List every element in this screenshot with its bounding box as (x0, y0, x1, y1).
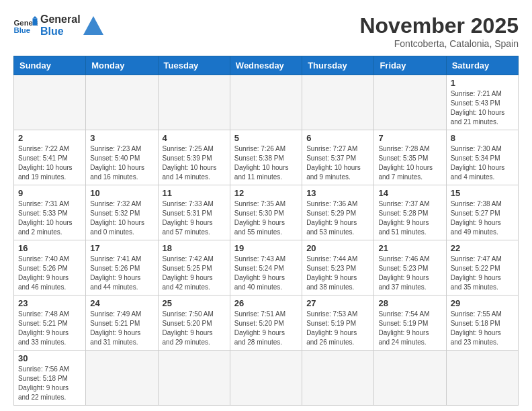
day-number: 11 (163, 188, 226, 198)
calendar-cell: 22Sunrise: 7:47 AM Sunset: 5:22 PM Dayli… (446, 240, 518, 295)
day-number: 28 (378, 298, 441, 308)
day-number: 27 (306, 298, 369, 308)
calendar-header-row: SundayMondayTuesdayWednesdayThursdayFrid… (14, 56, 519, 75)
calendar-cell: 9Sunrise: 7:31 AM Sunset: 5:33 PM Daylig… (14, 185, 86, 240)
svg-marker-4 (83, 16, 103, 35)
calendar-cell: 10Sunrise: 7:32 AM Sunset: 5:32 PM Dayli… (86, 185, 158, 240)
calendar-cell (302, 351, 374, 406)
calendar-cell (374, 75, 446, 130)
calendar-cell: 23Sunrise: 7:48 AM Sunset: 5:21 PM Dayli… (14, 295, 86, 351)
day-info: Sunrise: 7:23 AM Sunset: 5:40 PM Dayligh… (90, 144, 153, 182)
calendar-cell: 18Sunrise: 7:42 AM Sunset: 5:25 PM Dayli… (158, 240, 230, 295)
day-number: 29 (451, 298, 514, 308)
calendar-cell (446, 351, 518, 406)
month-title: November 2025 (359, 13, 519, 38)
calendar-header-thursday: Thursday (302, 56, 374, 75)
calendar-cell: 16Sunrise: 7:40 AM Sunset: 5:26 PM Dayli… (14, 240, 86, 295)
calendar-cell: 15Sunrise: 7:38 AM Sunset: 5:27 PM Dayli… (446, 185, 518, 240)
day-number: 2 (18, 133, 81, 143)
calendar-cell: 29Sunrise: 7:55 AM Sunset: 5:18 PM Dayli… (446, 295, 518, 351)
day-number: 9 (18, 188, 81, 198)
calendar-cell: 2Sunrise: 7:22 AM Sunset: 5:41 PM Daylig… (14, 130, 86, 185)
day-info: Sunrise: 7:28 AM Sunset: 5:35 PM Dayligh… (378, 144, 441, 182)
calendar-cell: 28Sunrise: 7:54 AM Sunset: 5:19 PM Dayli… (374, 295, 446, 351)
day-info: Sunrise: 7:30 AM Sunset: 5:34 PM Dayligh… (451, 144, 514, 182)
logo-blue-text: Blue (40, 26, 81, 38)
day-info: Sunrise: 7:32 AM Sunset: 5:32 PM Dayligh… (90, 199, 153, 237)
calendar-week-5: 23Sunrise: 7:48 AM Sunset: 5:21 PM Dayli… (14, 295, 519, 351)
day-number: 7 (378, 133, 441, 143)
calendar-cell (86, 351, 158, 406)
calendar-cell (374, 351, 446, 406)
logo-icon: General Blue (13, 16, 38, 35)
logo: General Blue General Blue (13, 13, 103, 37)
day-number: 16 (18, 243, 81, 253)
day-number: 24 (90, 298, 153, 308)
day-info: Sunrise: 7:43 AM Sunset: 5:24 PM Dayligh… (234, 255, 298, 292)
day-number: 5 (234, 133, 298, 143)
day-number: 3 (90, 133, 153, 143)
day-info: Sunrise: 7:21 AM Sunset: 5:43 PM Dayligh… (451, 89, 514, 127)
day-info: Sunrise: 7:37 AM Sunset: 5:28 PM Dayligh… (378, 199, 441, 237)
svg-marker-2 (33, 18, 38, 26)
calendar-cell: 13Sunrise: 7:36 AM Sunset: 5:29 PM Dayli… (302, 185, 374, 240)
day-number: 8 (451, 133, 514, 143)
day-info: Sunrise: 7:35 AM Sunset: 5:30 PM Dayligh… (234, 199, 298, 237)
day-info: Sunrise: 7:53 AM Sunset: 5:19 PM Dayligh… (306, 310, 369, 347)
day-number: 15 (451, 188, 514, 198)
calendar-header-tuesday: Tuesday (158, 56, 230, 75)
calendar-cell: 24Sunrise: 7:49 AM Sunset: 5:21 PM Dayli… (86, 295, 158, 351)
day-number: 19 (234, 243, 298, 253)
calendar-cell: 1Sunrise: 7:21 AM Sunset: 5:43 PM Daylig… (446, 75, 518, 130)
calendar-cell (230, 75, 302, 130)
day-info: Sunrise: 7:25 AM Sunset: 5:39 PM Dayligh… (163, 144, 226, 182)
calendar-cell (86, 75, 158, 130)
calendar-cell (158, 75, 230, 130)
day-info: Sunrise: 7:55 AM Sunset: 5:18 PM Dayligh… (451, 310, 514, 347)
day-info: Sunrise: 7:26 AM Sunset: 5:38 PM Dayligh… (234, 144, 298, 182)
calendar-cell (14, 75, 86, 130)
day-info: Sunrise: 7:46 AM Sunset: 5:23 PM Dayligh… (378, 255, 441, 292)
day-number: 30 (18, 353, 81, 363)
day-number: 6 (306, 133, 369, 143)
day-number: 13 (306, 188, 369, 198)
location-subtitle: Fontcoberta, Catalonia, Spain (359, 38, 519, 49)
calendar-cell: 25Sunrise: 7:50 AM Sunset: 5:20 PM Dayli… (158, 295, 230, 351)
page-header: General Blue General Blue November 2025 … (13, 13, 519, 49)
calendar-cell: 6Sunrise: 7:27 AM Sunset: 5:37 PM Daylig… (302, 130, 374, 185)
day-number: 25 (163, 298, 226, 308)
calendar-cell: 8Sunrise: 7:30 AM Sunset: 5:34 PM Daylig… (446, 130, 518, 185)
calendar-cell: 17Sunrise: 7:41 AM Sunset: 5:26 PM Dayli… (86, 240, 158, 295)
calendar-cell: 3Sunrise: 7:23 AM Sunset: 5:40 PM Daylig… (86, 130, 158, 185)
calendar-cell: 21Sunrise: 7:46 AM Sunset: 5:23 PM Dayli… (374, 240, 446, 295)
calendar-cell: 19Sunrise: 7:43 AM Sunset: 5:24 PM Dayli… (230, 240, 302, 295)
day-number: 21 (378, 243, 441, 253)
day-number: 1 (451, 78, 514, 88)
day-info: Sunrise: 7:56 AM Sunset: 5:18 PM Dayligh… (18, 365, 81, 402)
calendar-header-wednesday: Wednesday (230, 56, 302, 75)
day-info: Sunrise: 7:38 AM Sunset: 5:27 PM Dayligh… (451, 199, 514, 237)
title-area: November 2025 Fontcoberta, Catalonia, Sp… (359, 13, 519, 49)
day-number: 22 (451, 243, 514, 253)
day-info: Sunrise: 7:50 AM Sunset: 5:20 PM Dayligh… (163, 310, 226, 347)
calendar-week-6: 30Sunrise: 7:56 AM Sunset: 5:18 PM Dayli… (14, 351, 519, 406)
calendar-week-2: 2Sunrise: 7:22 AM Sunset: 5:41 PM Daylig… (14, 130, 519, 185)
day-number: 12 (234, 188, 298, 198)
calendar-header-saturday: Saturday (446, 56, 518, 75)
logo-general-text: General (40, 13, 81, 26)
calendar-cell: 20Sunrise: 7:44 AM Sunset: 5:23 PM Dayli… (302, 240, 374, 295)
svg-marker-3 (33, 16, 38, 19)
calendar-cell: 12Sunrise: 7:35 AM Sunset: 5:30 PM Dayli… (230, 185, 302, 240)
day-number: 4 (163, 133, 226, 143)
day-info: Sunrise: 7:44 AM Sunset: 5:23 PM Dayligh… (306, 255, 369, 292)
day-info: Sunrise: 7:51 AM Sunset: 5:20 PM Dayligh… (234, 310, 298, 347)
calendar-cell: 11Sunrise: 7:33 AM Sunset: 5:31 PM Dayli… (158, 185, 230, 240)
day-info: Sunrise: 7:33 AM Sunset: 5:31 PM Dayligh… (163, 199, 226, 237)
day-info: Sunrise: 7:42 AM Sunset: 5:25 PM Dayligh… (163, 255, 226, 292)
calendar-week-3: 9Sunrise: 7:31 AM Sunset: 5:33 PM Daylig… (14, 185, 519, 240)
calendar-cell (302, 75, 374, 130)
day-number: 10 (90, 188, 153, 198)
calendar-cell: 7Sunrise: 7:28 AM Sunset: 5:35 PM Daylig… (374, 130, 446, 185)
svg-text:Blue: Blue (14, 26, 31, 34)
day-info: Sunrise: 7:54 AM Sunset: 5:19 PM Dayligh… (378, 310, 441, 347)
